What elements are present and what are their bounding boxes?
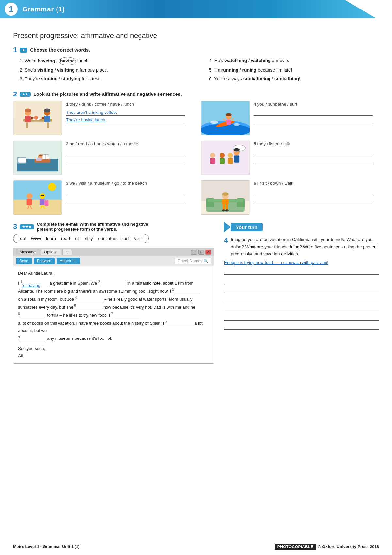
ex4-instruction: Imagine you are on vacation in Californi… [231,236,379,257]
svg-rect-40 [220,158,225,164]
email-attach-button[interactable]: Attach 📎 [57,258,80,264]
ex1-item4-num: 4 [209,58,212,63]
ex1-item-4: 4 He's watchhing / watching a movie. [209,57,379,65]
ex2-answer3-2[interactable] [66,197,185,202]
blank-6[interactable] [20,314,46,319]
ex3-stars: ★★★ [20,224,34,229]
email-tab-plus[interactable]: + [62,249,72,255]
email-line9-post: any museums because it's too hot. [46,336,112,341]
email-send-button[interactable]: Send [16,258,32,264]
ex2-instruction: Look at the pictures and write affirmati… [33,92,182,97]
wordbank: eat have learn read sit stay sunbathe su… [13,234,149,243]
ex2-answer6-1[interactable] [254,189,373,195]
svg-rect-28 [18,158,26,163]
ex2-answer1-1[interactable]: They aren't drinking coffee. [66,110,185,116]
blank-3[interactable] [174,290,200,295]
header-title-text: Grammar (1) [22,5,65,13]
email-tab-options[interactable]: Options [41,249,61,255]
wordbank-sit: sit [75,236,80,241]
ex2-prompt-4: 4you / sunbathe / surf [254,101,379,108]
ex4-line-5[interactable] [224,304,379,311]
ex1-item1-pre: We're [25,58,38,63]
ex1-item4-right: watching [251,58,271,63]
ex2-item-3: 3we / visit / a museum / go / to the bea… [13,180,191,215]
ex2-answer5-2[interactable] [254,157,373,163]
ex1-item2-post: a famous place. [75,67,108,73]
email-forward-button[interactable]: Forward [34,258,55,264]
svg-rect-58 [40,199,45,205]
ex1-item-1: 1 We're haveing / having lunch. [20,57,189,65]
email-closing: See you soon, [18,345,209,352]
ex4-line-6[interactable] [224,313,379,321]
ex2-answer1-2[interactable]: They're having lunch. [66,117,185,123]
svg-rect-57 [41,195,44,196]
svg-point-72 [222,210,225,212]
email-greeting: Dear Auntie Laura, [18,270,209,277]
exercise-3-container: 3 ★★★ Complete the e-mail with the affir… [13,222,379,363]
ex4-line-1[interactable] [224,268,379,275]
ex1-item4-sep: / [247,58,251,63]
exercise-3-left: 3 ★★★ Complete the e-mail with the affir… [13,222,214,363]
ex1-item1-num: 1 [20,58,22,63]
ex2-number: 2 [13,90,17,98]
ex2-answer2-2[interactable] [66,157,185,163]
email-line7: a lot of books on this vacation. I have … [18,321,165,326]
your-turn-title: Your turn [231,223,263,231]
star-icon-ex3: ★★★ [22,225,32,229]
your-turn-header-container: Your turn [224,222,379,232]
ex2-answer3-1[interactable] [66,189,185,195]
main-title: Present progressive: affirmative and neg… [13,31,379,40]
ex2-stars: ★★ [20,92,31,97]
email-maximize-button[interactable]: □ [198,250,204,255]
email-check-names[interactable]: Check Names 🔍 [175,258,211,264]
email-minimize-button[interactable]: — [191,250,197,255]
ex4-number: 4 [224,236,228,245]
ex2-item-1: 1they / drink / coffee / have / lunch Th… [13,101,191,135]
blank-2[interactable] [100,282,126,287]
blank-9[interactable] [20,337,46,342]
svg-point-39 [220,153,225,158]
ex4-line-7[interactable] [224,322,379,330]
ex2-text-6: 6I / sit / down / walk [254,180,379,204]
footer-left-text: Metro Level 1 • Grammar Unit 1 (1) [13,545,80,549]
ex2-answer6-2[interactable] [254,197,373,202]
ex3-instruction: Complete the e-mail with the affirmative… [37,222,148,232]
blank-8[interactable] [167,322,193,327]
ex1-item3-right: studying [61,76,80,81]
ex1-item3-wrong: studing [41,76,58,81]
svg-rect-33 [36,158,42,161]
email-tab-message[interactable]: Message [16,249,39,255]
blank-7[interactable] [113,314,139,319]
ex4-line-3[interactable] [224,286,379,293]
wordbank-eat: eat [20,236,26,241]
svg-point-41 [228,153,233,158]
email-body: Dear Auntie Laura, I 1'm having a great … [13,266,214,363]
ex4-line-4[interactable] [224,295,379,302]
ex2-answer4-2[interactable] [254,117,373,123]
ex2-text-1: 1they / drink / coffee / have / lunch Th… [66,101,191,125]
ex4-example: Enrique is trying new food — a sandwich … [224,260,379,265]
ex1-item5-pre: I'm [214,67,221,73]
email-close-button[interactable]: ✕ [205,250,211,255]
ex1-item4-wrong: watchhing [224,58,247,63]
ex2-answer4-1[interactable] [254,110,373,116]
ex2-answer5-1[interactable] [254,149,373,155]
svg-rect-36 [234,156,240,163]
blank-1[interactable]: 'm having [22,282,48,287]
ex2-answer2-1[interactable] [66,149,185,155]
attach-label: Attach [60,259,71,263]
ex1-item5-wrong: running [221,67,238,73]
svg-point-50 [48,183,56,191]
wordbank-stay: stay [85,236,93,241]
svg-point-9 [34,116,38,120]
ex1-item6-sep: / [270,76,274,81]
wordbank-have: have [31,236,41,241]
ex2-image-5 [201,141,250,175]
blank-5[interactable] [76,306,102,311]
ex1-item6-right: sunbathing [274,76,299,81]
blank-4[interactable] [77,298,103,303]
ex4-line-2[interactable] [224,277,379,284]
header-number-text: 1 [9,5,13,14]
email-line1-mid: a great time in Spain. We [48,281,98,286]
ex2-item-6: 6I / sit / down / walk [201,180,379,215]
